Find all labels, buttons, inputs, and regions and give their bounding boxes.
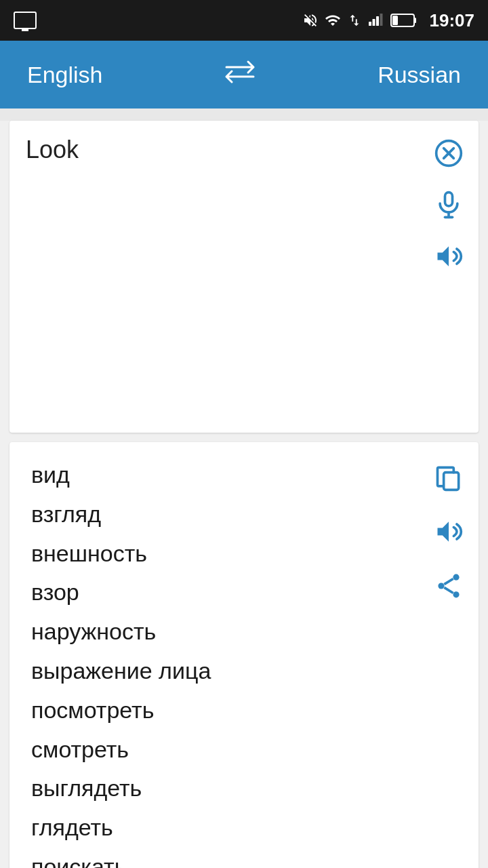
word-1: вид: [31, 456, 422, 495]
svg-rect-2: [376, 16, 379, 26]
screen-icon: [14, 12, 37, 29]
mic-button[interactable]: [432, 189, 465, 221]
word-10: глядеть: [31, 808, 422, 848]
svg-rect-10: [445, 193, 453, 206]
word-3: внешность: [31, 534, 422, 574]
svg-rect-14: [444, 473, 459, 490]
word-11: поискать: [31, 848, 422, 868]
word-2: взгляд: [31, 495, 422, 534]
clear-button[interactable]: [432, 137, 465, 170]
wifi-icon: [324, 12, 342, 28]
word-4: взор: [31, 573, 422, 612]
status-bar-left: [14, 12, 37, 29]
source-language[interactable]: English: [27, 62, 103, 88]
svg-line-19: [444, 579, 453, 585]
mute-icon: [302, 12, 319, 28]
copy-button[interactable]: [432, 461, 465, 494]
data-icon: [347, 12, 362, 28]
main-content: Look: [0, 121, 488, 868]
word-8: смотреть: [31, 730, 422, 770]
signal-icon: [367, 12, 385, 28]
svg-rect-1: [372, 19, 375, 26]
svg-marker-15: [438, 521, 449, 541]
toolbar: English Russian: [0, 41, 488, 108]
svg-marker-13: [438, 246, 449, 266]
tts-source-button[interactable]: [432, 240, 465, 273]
word-9: выглядеть: [31, 769, 422, 808]
word-7: посмотреть: [31, 691, 422, 730]
word-5: наружность: [31, 612, 422, 652]
status-bar-right: 19:07: [302, 10, 475, 31]
share-button[interactable]: [432, 570, 465, 602]
target-language[interactable]: Russian: [378, 62, 461, 88]
status-time: 19:07: [430, 10, 475, 31]
svg-point-17: [438, 583, 444, 589]
svg-point-16: [453, 574, 459, 580]
swap-languages-button[interactable]: [222, 59, 258, 91]
svg-rect-6: [414, 18, 416, 23]
translation-card: вид взгляд внешность взор наружность выр…: [9, 442, 479, 868]
svg-point-18: [453, 591, 459, 597]
source-text-input[interactable]: Look: [26, 134, 422, 229]
translation-actions: [432, 456, 465, 602]
battery-icon: [390, 13, 418, 28]
svg-line-20: [444, 587, 453, 593]
translation-words: вид взгляд внешность взор наружность выр…: [31, 456, 422, 868]
word-6: выражение лица: [31, 652, 422, 691]
svg-rect-3: [380, 14, 382, 26]
input-actions: [432, 134, 465, 273]
status-bar: 19:07: [0, 0, 488, 41]
input-card: Look: [9, 121, 479, 433]
svg-rect-5: [392, 16, 398, 25]
svg-rect-0: [369, 22, 371, 26]
tts-translation-button[interactable]: [432, 515, 465, 548]
